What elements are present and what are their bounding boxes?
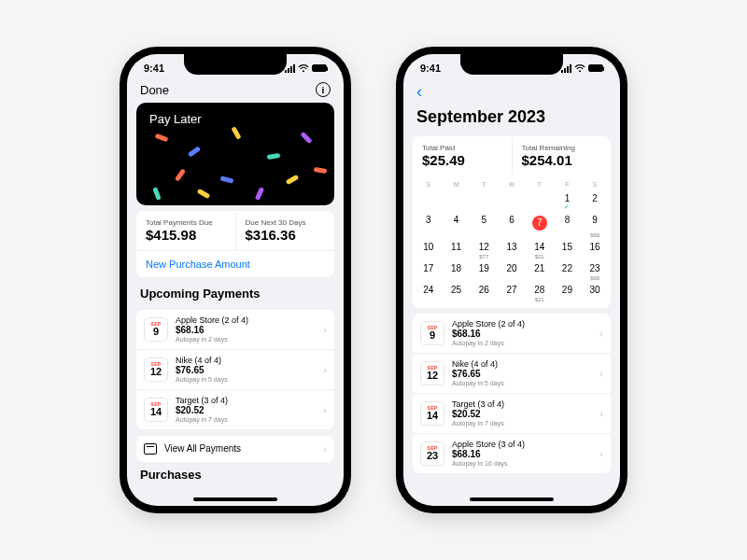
calendar-day[interactable]: 18 [443, 261, 471, 281]
sprinkle [155, 133, 169, 142]
home-indicator[interactable] [193, 497, 277, 501]
payment-subtext: Autopay in 7 days [176, 416, 316, 424]
payment-info: Nike (4 of 4)$76.65Autopay in 5 days [176, 356, 316, 384]
calendar-day[interactable]: 29 [554, 283, 582, 302]
calendar-day[interactable]: 27 [498, 283, 526, 302]
calendar-day[interactable]: 21 [526, 261, 554, 281]
battery-icon [588, 64, 603, 72]
info-icon[interactable]: i [316, 82, 331, 97]
new-purchase-button[interactable]: New Purchase Amount [136, 250, 334, 277]
calendar-day[interactable]: 26 [470, 283, 498, 302]
payment-row[interactable]: SEP12Nike (4 of 4)$76.65Autopay in 5 day… [136, 349, 334, 389]
sprinkle [188, 146, 201, 157]
chevron-right-icon: › [599, 408, 603, 419]
calendar-day[interactable]: 19 [470, 261, 498, 281]
summary-panel: Total Payments Due $415.98 Due Next 30 D… [136, 211, 334, 277]
wifi-icon [574, 64, 585, 73]
payment-subtext: Autopay in 16 days [452, 460, 592, 468]
calendar-day[interactable]: 9$68 [581, 213, 609, 238]
payment-amount: $76.65 [176, 365, 316, 376]
month-summary-panel: Total Paid $25.49 Total Remaining $254.0… [413, 136, 611, 308]
payment-amount: $76.65 [452, 369, 592, 380]
payment-amount: $20.52 [176, 405, 316, 416]
sprinkle [255, 187, 264, 201]
phone-right: 9:41 ‹ September 2023 Total Paid $25.49 [396, 47, 627, 513]
total-remaining-stat: Total Remaining $254.01 [512, 136, 612, 175]
chevron-right-icon: › [599, 328, 603, 339]
date-badge: SEP14 [144, 398, 168, 422]
payment-title: Apple Store (2 of 4) [452, 319, 592, 329]
calendar-day[interactable]: 13 [498, 240, 526, 259]
calendar-day[interactable]: 10 [415, 240, 443, 259]
calendar-day[interactable]: 24 [415, 283, 443, 302]
done-button[interactable]: Done [140, 83, 169, 97]
calendar-day[interactable]: 4 [443, 213, 471, 238]
calendar-day[interactable]: 20 [498, 261, 526, 281]
payment-row[interactable]: SEP14Target (3 of 4)$20.52Autopay in 7 d… [413, 393, 611, 433]
payment-row[interactable]: SEP23Apple Store (3 of 4)$68.16Autopay i… [413, 433, 611, 473]
date-badge: SEP12 [420, 361, 444, 385]
total-remaining-label: Total Remaining [522, 144, 602, 152]
calendar-day[interactable]: 1✓ [554, 191, 582, 211]
calendar-day[interactable]: 7 [526, 213, 554, 238]
date-badge: SEP14 [420, 401, 444, 426]
calendar-day[interactable]: 14$21 [526, 240, 554, 259]
calendar-day[interactable]: 23$68 [581, 261, 609, 281]
day-of-week: T [526, 179, 554, 189]
card-brand: Pay Later [149, 112, 202, 126]
upcoming-title: Upcoming Payments [136, 277, 334, 304]
month-title: September 2023 [413, 107, 611, 131]
back-button[interactable]: ‹ [416, 82, 422, 102]
calendar-day[interactable]: 6 [498, 213, 526, 238]
card-logo: Pay Later [148, 112, 323, 126]
total-paid-label: Total Paid [422, 144, 502, 152]
next-30-label: Due Next 30 Days [246, 218, 326, 227]
day-amount: $21 [526, 254, 554, 259]
sprinkle [231, 126, 241, 140]
payment-subtext: Autopay in 5 days [452, 380, 592, 387]
payment-row[interactable]: SEP9Apple Store (2 of 4)$68.16Autopay in… [136, 310, 334, 349]
home-indicator[interactable] [470, 497, 554, 501]
calendar-day[interactable]: 16 [581, 240, 609, 259]
date-badge: SEP9 [144, 317, 168, 342]
chevron-right-icon: › [323, 364, 327, 375]
payment-subtext: Autopay in 5 days [176, 376, 316, 384]
calendar-day[interactable]: 5 [470, 213, 498, 238]
calendar-day[interactable]: 12$77 [470, 240, 498, 259]
payment-info: Apple Store (3 of 4)$68.16Autopay in 16 … [452, 440, 592, 468]
calendar-day[interactable]: 15 [554, 240, 582, 259]
calendar-day[interactable]: 8 [554, 213, 582, 238]
signal-icon [561, 64, 571, 73]
month-payments-list: SEP9Apple Store (2 of 4)$68.16Autopay in… [413, 314, 611, 473]
chevron-right-icon: › [323, 443, 327, 455]
total-due-label: Total Payments Due [146, 218, 226, 227]
view-all-payments[interactable]: View All Payments › [136, 435, 334, 462]
calendar-day[interactable]: 28$21 [526, 283, 554, 302]
next-30-stat: Due Next 30 Days $316.36 [235, 211, 335, 250]
payment-row[interactable]: SEP9Apple Store (2 of 4)$68.16Autopay in… [413, 314, 611, 353]
calendar-day[interactable]: 30 [581, 283, 609, 302]
payment-row[interactable]: SEP12Nike (4 of 4)$76.65Autopay in 5 day… [413, 353, 611, 393]
pay-later-card[interactable]: Pay Later [136, 103, 334, 205]
calendar-day[interactable]: 11 [443, 240, 471, 259]
phone-left: 9:41 Done i Pay Later [120, 47, 351, 513]
calendar-day[interactable]: 2 [581, 191, 609, 211]
calendar-grid[interactable]: SMTWTFS1✓23456789$68101112$771314$211516… [413, 175, 611, 308]
chevron-right-icon: › [599, 448, 603, 459]
payment-amount: $20.52 [452, 409, 592, 420]
payment-info: Apple Store (2 of 4)$68.16Autopay in 2 d… [176, 315, 316, 343]
sprinkle [267, 153, 281, 160]
payment-row[interactable]: SEP14Target (3 of 4)$20.52Autopay in 7 d… [136, 389, 334, 429]
calendar-day[interactable]: 17 [415, 261, 443, 281]
payment-info: Target (3 of 4)$20.52Autopay in 7 days [176, 396, 316, 424]
purchases-title: Purchases [136, 462, 334, 482]
day-amount: $21 [526, 297, 554, 302]
calendar-day[interactable]: 25 [443, 283, 471, 302]
screen-right: 9:41 ‹ September 2023 Total Paid $25.49 [403, 54, 620, 506]
sprinkle [220, 175, 234, 183]
calendar-day[interactable]: 3 [415, 213, 443, 238]
day-of-week: W [498, 179, 526, 189]
signal-icon [285, 64, 295, 73]
notch [460, 54, 563, 75]
calendar-day[interactable]: 22 [554, 261, 582, 281]
